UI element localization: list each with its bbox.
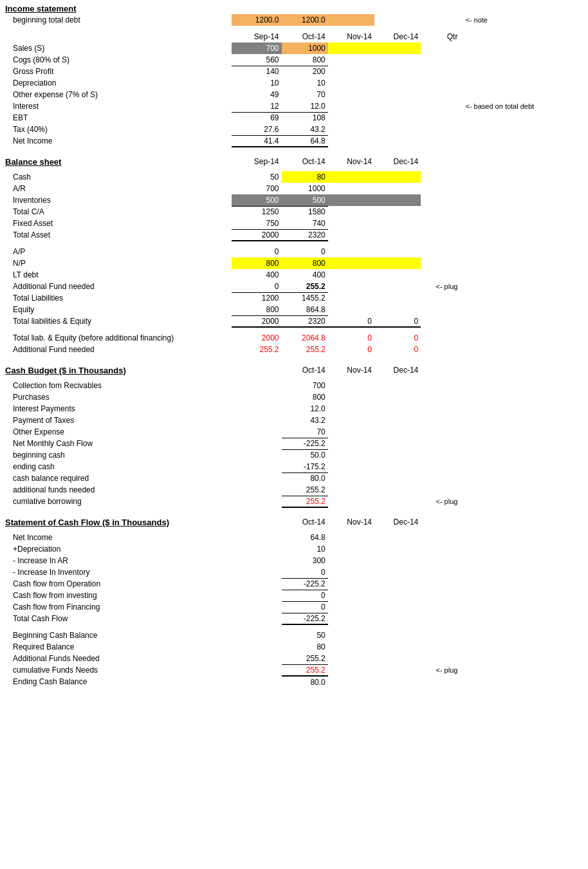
cf-additional-funds-needed-note (460, 653, 585, 664)
cf-total-cash-flow-sep (232, 613, 282, 624)
cf-additional-funds-needed-oct: 255.2 (282, 653, 328, 664)
is-cogs-sep: 560 (232, 54, 282, 66)
is-net-income-note (460, 135, 585, 147)
is-depreciation-sep: 10 (232, 77, 282, 89)
bs-total-liab-sep: 1200 (232, 292, 282, 304)
bs-total-ca-nov (328, 206, 374, 218)
cb-additional-funds-label: additional funds needed (3, 484, 232, 496)
bs-ap-sep: 0 (232, 246, 282, 257)
is-col-qtr-empty (421, 3, 460, 14)
bs-cash-note (460, 171, 585, 183)
is-depreciation-label: Depreciation (3, 77, 232, 89)
bs-inv-note (460, 194, 585, 206)
bs-afn2-oct: 255.2 (282, 344, 328, 355)
beginning-total-debt-label: beginning total debt (3, 14, 232, 26)
bs-afn2-nov: 0 (328, 344, 374, 355)
bs-np-qtr (421, 257, 460, 269)
is-gross-profit-qtr (421, 66, 460, 77)
beginning-total-debt-nov (328, 14, 374, 26)
is-cogs-label: Cogs (80% of S) (3, 54, 232, 66)
cb-ending-cash-sep (232, 461, 282, 472)
bs-afn-label: Additional Fund needed (3, 281, 232, 292)
cb-cumulative-borrow-note (460, 496, 585, 507)
bs-total-le-note (460, 315, 585, 327)
income-statement-title: Income statement (3, 3, 232, 14)
bs-afn-oct: 255.2 (282, 281, 328, 292)
cb-cumulative-borrow-nov (328, 496, 374, 507)
bs-total-le-dec: 0 (374, 315, 421, 327)
bs-total-before-label: Total liab. & Equity (before additional … (3, 332, 232, 344)
cb-ending-cash-nov (328, 461, 374, 472)
beginning-total-debt-oct: 1200.0 (282, 14, 328, 26)
cf-depreciation-label: +Depreciation (3, 543, 232, 555)
beginning-total-debt-qtr (421, 14, 460, 26)
bs-equity-sep: 800 (232, 304, 282, 315)
is-sales-dec (374, 42, 421, 54)
cf-increase-ar-oct: 300 (282, 555, 328, 566)
cb-ending-cash-label: ending cash (3, 461, 232, 472)
cf-from-financing-note (460, 601, 585, 613)
cf-from-investing-nov (328, 590, 374, 601)
cb-interest-payments-nov (328, 403, 374, 415)
cf-beginning-cash-balance-dec (374, 630, 421, 641)
cf-from-operation-oct: -225.2 (282, 578, 328, 590)
is-ebt-sep: 69 (232, 112, 282, 124)
cf-increase-inv-dec (374, 566, 421, 578)
cf-net-income-sep (232, 532, 282, 543)
cb-ending-cash-dec (374, 461, 421, 472)
cb-additional-funds-sep (232, 484, 282, 496)
cf-additional-funds-needed-nov (328, 653, 374, 664)
cb-net-cash-flow-label: Net Monthly Cash Flow (3, 438, 232, 449)
bs-equity-note (460, 304, 585, 315)
is-nov-header: Nov-14 (328, 31, 374, 42)
bs-lt-debt-qtr (421, 269, 460, 281)
bs-ar-oct: 1000 (282, 183, 328, 194)
bs-afn2-sep: 255.2 (232, 344, 282, 355)
cb-other-expense-sep (232, 426, 282, 438)
cb-other-expense-note (460, 426, 585, 438)
cb-cumulative-borrow-sep (232, 496, 282, 507)
is-cogs-dec (374, 54, 421, 66)
bs-total-ca-sep: 1250 (232, 206, 282, 218)
cb-additional-funds-nov (328, 484, 374, 496)
bs-afn-dec (374, 281, 421, 292)
cash-budget-title: Cash Budget ($ in Thousands) (3, 364, 232, 376)
bs-ar-dec (374, 183, 421, 194)
cf-net-income-qtr (421, 532, 460, 543)
is-oct-header: Oct-14 (282, 31, 328, 42)
is-cogs-note (460, 54, 585, 66)
cb-interest-payments-qtr (421, 403, 460, 415)
cf-from-financing-dec (374, 601, 421, 613)
cb-net-cash-flow-dec (374, 438, 421, 449)
bs-total-ca-note (460, 206, 585, 218)
is-tax-note (460, 124, 585, 135)
bs-total-liab-nov (328, 292, 374, 304)
balance-sheet-title: Balance sheet (3, 156, 232, 167)
is-interest-dec (374, 100, 421, 112)
cf-from-investing-oct: 0 (282, 590, 328, 601)
cb-beginning-cash-nov (328, 449, 374, 461)
cf-additional-funds-needed-dec (374, 653, 421, 664)
cf-total-cash-flow-oct: -225.2 (282, 613, 328, 624)
cf-from-investing-sep (232, 590, 282, 601)
bs-ar-label: A/R (3, 183, 232, 194)
bs-cash-nov (328, 171, 374, 183)
cf-net-income-oct: 64.8 (282, 532, 328, 543)
bs-total-le-sep: 2000 (232, 315, 282, 327)
cb-collection-sep (232, 380, 282, 391)
cb-other-expense-dec (374, 426, 421, 438)
is-net-income-sep: 41.4 (232, 135, 282, 147)
cf-depreciation-oct: 10 (282, 543, 328, 555)
cf-beginning-cash-balance-sep (232, 630, 282, 641)
is-tax-label: Tax (40%) (3, 124, 232, 135)
bs-ap-nov (328, 246, 374, 257)
cb-additional-funds-dec (374, 484, 421, 496)
is-depreciation-qtr (421, 77, 460, 89)
bs-total-liab-qtr (421, 292, 460, 304)
bs-inv-oct: 500 (282, 194, 328, 206)
is-tax-dec (374, 124, 421, 135)
cb-payment-taxes-sep (232, 415, 282, 426)
bs-nov-header: Nov-14 (328, 156, 374, 167)
bs-inv-nov (328, 194, 374, 206)
bs-equity-qtr (421, 304, 460, 315)
